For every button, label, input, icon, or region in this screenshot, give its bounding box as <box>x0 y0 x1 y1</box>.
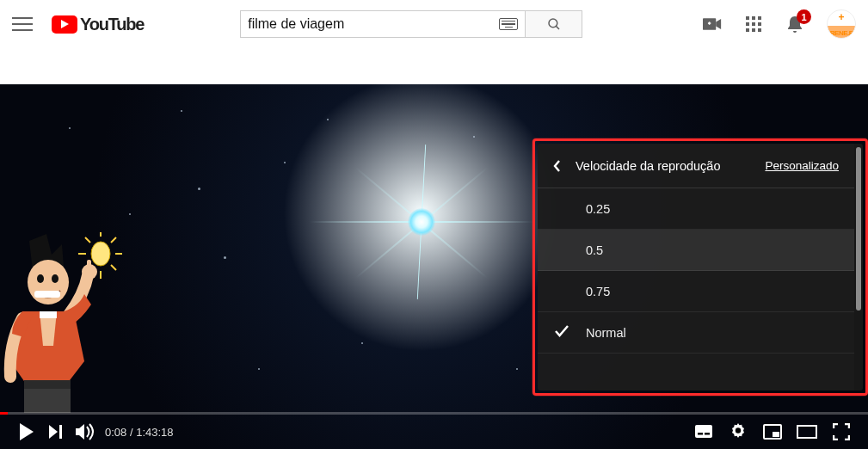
speed-option[interactable]: 0.25 <box>538 188 854 230</box>
youtube-logo-icon <box>52 15 77 34</box>
search-input[interactable] <box>248 16 499 32</box>
panel-header: Velocidade da reprodução Personalizado <box>538 144 854 188</box>
svg-rect-34 <box>698 433 703 435</box>
speed-option[interactable]: 0.75 <box>538 271 854 312</box>
speed-option-label: 0.25 <box>586 202 610 216</box>
star-decoration <box>258 368 260 370</box>
panel-title: Velocidade da reprodução <box>576 159 721 173</box>
notifications-badge: 1 <box>797 9 811 24</box>
svg-point-36 <box>736 427 741 433</box>
svg-rect-39 <box>797 426 816 438</box>
svg-rect-32 <box>59 425 62 439</box>
svg-rect-35 <box>705 433 710 435</box>
svg-rect-38 <box>773 432 779 437</box>
svg-rect-13 <box>758 28 761 32</box>
svg-point-0 <box>549 19 557 28</box>
star-decoration <box>361 342 363 344</box>
chevron-left-icon <box>553 160 562 172</box>
account-avatar[interactable] <box>827 9 856 39</box>
hamburger-menu-button[interactable] <box>12 14 33 34</box>
cartoon-character-graphic <box>2 232 122 413</box>
svg-rect-8 <box>746 22 749 26</box>
svg-line-19 <box>85 237 90 243</box>
topbar-right: 1 <box>703 9 856 39</box>
svg-rect-10 <box>758 22 761 26</box>
fullscreen-icon <box>833 423 850 440</box>
svg-rect-30 <box>24 380 71 389</box>
svg-rect-31 <box>24 389 71 413</box>
keyboard-icon[interactable] <box>499 18 518 30</box>
speed-option[interactable]: 0.5 <box>538 230 854 271</box>
miniplayer-icon <box>763 424 782 440</box>
playback-speed-panel: Velocidade da reprodução Personalizado 0… <box>538 144 863 391</box>
svg-rect-33 <box>695 425 712 438</box>
gear-icon <box>729 423 747 440</box>
notifications-button[interactable]: 1 <box>785 15 804 34</box>
panel-back-button[interactable] <box>553 160 569 172</box>
svg-rect-4 <box>709 22 711 24</box>
video-plus-icon <box>703 15 722 33</box>
svg-rect-11 <box>746 28 749 32</box>
star-decoration <box>224 256 226 259</box>
custom-speed-link[interactable]: Personalizado <box>765 159 839 172</box>
fullscreen-button[interactable] <box>827 417 856 446</box>
svg-rect-9 <box>752 22 755 26</box>
speed-option-label: 0.75 <box>586 285 610 298</box>
star-decoration <box>284 162 286 163</box>
svg-rect-12 <box>752 28 755 32</box>
speed-options-list: 0.250.50.75Normal <box>538 188 854 354</box>
volume-icon <box>75 423 95 440</box>
star-decoration <box>327 119 329 120</box>
svg-line-1 <box>556 26 559 29</box>
volume-button[interactable] <box>71 417 100 446</box>
next-button[interactable] <box>41 417 71 446</box>
svg-line-22 <box>111 265 116 270</box>
lens-flare-graphic <box>370 170 473 274</box>
miniplayer-button[interactable] <box>758 417 787 446</box>
topbar: YouTube 1 <box>0 0 868 48</box>
svg-rect-6 <box>752 16 755 20</box>
apps-button[interactable] <box>744 15 763 34</box>
check-icon <box>555 325 569 340</box>
header-gap <box>0 48 868 84</box>
svg-point-24 <box>37 274 44 283</box>
panel-scrollbar[interactable] <box>854 144 863 391</box>
star-decoration <box>129 213 131 215</box>
youtube-logo[interactable]: YouTube <box>52 15 144 34</box>
settings-button[interactable] <box>723 417 753 446</box>
subtitles-button[interactable] <box>689 417 718 446</box>
svg-rect-28 <box>87 260 91 272</box>
star-decoration <box>473 136 475 138</box>
grid-icon <box>745 15 762 33</box>
theater-mode-button[interactable] <box>792 417 822 446</box>
subtitles-icon <box>694 424 713 440</box>
svg-line-21 <box>85 265 90 270</box>
play-button[interactable] <box>12 417 41 446</box>
star-decoration <box>198 188 200 190</box>
svg-point-14 <box>91 242 110 266</box>
star-decoration <box>69 127 71 129</box>
playback-speed-panel-highlight: Velocidade da reprodução Personalizado 0… <box>532 138 868 396</box>
video-player[interactable]: Velocidade da reprodução Personalizado 0… <box>0 84 868 449</box>
svg-line-20 <box>111 237 116 243</box>
theater-icon <box>797 425 817 439</box>
player-controls: 0:08 / 1:43:18 <box>0 415 868 449</box>
svg-rect-26 <box>34 291 60 298</box>
star-decoration <box>181 110 182 112</box>
time-current: 0:08 <box>105 426 126 439</box>
create-video-button[interactable] <box>703 15 722 34</box>
play-icon <box>18 422 35 441</box>
star-decoration <box>52 299 53 301</box>
speed-option[interactable]: Normal <box>538 312 854 354</box>
search-box <box>240 10 526 38</box>
search-form <box>240 10 582 38</box>
search-button[interactable] <box>526 10 582 38</box>
speed-option-label: Normal <box>586 326 626 340</box>
svg-rect-7 <box>758 16 761 20</box>
next-icon <box>48 424 64 440</box>
star-decoration <box>516 368 518 370</box>
search-icon <box>546 16 562 32</box>
svg-rect-5 <box>746 16 749 20</box>
speed-option-label: 0.5 <box>586 243 603 257</box>
svg-point-23 <box>28 260 69 304</box>
